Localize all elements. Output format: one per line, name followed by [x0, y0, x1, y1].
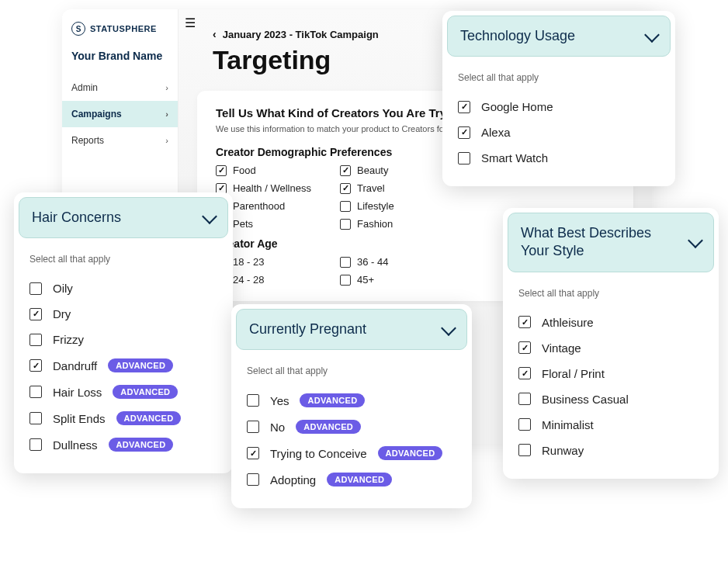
- checkbox-row[interactable]: Pets: [216, 218, 340, 230]
- checkbox[interactable]: [518, 316, 531, 328]
- checkbox[interactable]: [340, 183, 351, 194]
- option-row[interactable]: Floral / Print: [518, 361, 703, 386]
- advanced-badge: ADVANCED: [300, 393, 365, 407]
- checkbox[interactable]: [216, 165, 227, 176]
- checkbox[interactable]: [29, 386, 42, 398]
- panel-header[interactable]: Hair Concerns: [19, 197, 228, 238]
- option-row[interactable]: Hair LossADVANCED: [29, 379, 217, 405]
- logo-text: STATUSPHERE: [90, 24, 157, 33]
- option-row[interactable]: Athleisure: [518, 310, 703, 335]
- option-row[interactable]: DullnessADVANCED: [29, 431, 217, 458]
- checkbox-label: 24 - 28: [233, 274, 264, 286]
- chevron-down-icon: [688, 233, 703, 248]
- option-row[interactable]: Split EndsADVANCED: [29, 405, 217, 431]
- sidebar-item[interactable]: Admin›: [62, 74, 178, 101]
- panel-header[interactable]: Technology Usage: [447, 16, 671, 57]
- option-label: Dandruff: [53, 359, 97, 372]
- panel-title: What Best Describes Your Style: [521, 224, 668, 261]
- checkbox-label: 36 - 44: [357, 256, 388, 268]
- option-row[interactable]: Business Casual: [518, 386, 703, 412]
- option-row[interactable]: Vintage: [518, 335, 703, 361]
- option-row[interactable]: YesADVANCED: [247, 387, 456, 414]
- checkbox[interactable]: [518, 418, 531, 431]
- checkbox[interactable]: [518, 341, 531, 354]
- option-row[interactable]: DandruffADVANCED: [29, 352, 217, 379]
- checkbox-label: Fashion: [357, 218, 393, 230]
- checkbox[interactable]: [29, 359, 42, 372]
- checkbox[interactable]: [518, 444, 531, 456]
- option-row[interactable]: Trying to ConceiveADVANCED: [247, 440, 456, 466]
- checkbox-row[interactable]: 36 - 44: [340, 256, 464, 268]
- option-label: Oily: [53, 282, 73, 295]
- checkbox-row[interactable]: Lifestyle: [340, 200, 464, 212]
- checkbox[interactable]: [458, 126, 470, 139]
- checkbox-row[interactable]: 18 - 23: [216, 256, 340, 268]
- option-row[interactable]: AdoptingADVANCED: [247, 466, 456, 493]
- checkbox[interactable]: [458, 101, 470, 113]
- option-row[interactable]: Alexa: [458, 119, 660, 145]
- option-label: Hair Loss: [53, 386, 102, 399]
- checkbox[interactable]: [247, 394, 259, 407]
- advanced-badge: ADVANCED: [109, 438, 174, 452]
- option-label: Google Home: [481, 100, 553, 113]
- option-label: Trying to Conceive: [270, 447, 367, 460]
- sidebar-item-label: Reports: [71, 135, 104, 146]
- panel-hint: Select all that apply: [518, 288, 703, 299]
- checkbox[interactable]: [247, 447, 259, 459]
- chevron-right-icon: ›: [165, 83, 168, 92]
- checkbox[interactable]: [247, 421, 259, 433]
- checkbox[interactable]: [29, 334, 42, 346]
- checkbox[interactable]: [29, 438, 42, 451]
- option-label: Business Casual: [542, 393, 629, 406]
- logo-icon: S: [71, 22, 85, 36]
- option-row[interactable]: Minimalist: [518, 412, 703, 438]
- sidebar-item-label: Campaigns: [71, 109, 122, 119]
- option-label: Adopting: [270, 473, 316, 487]
- checkbox[interactable]: [340, 257, 351, 268]
- checkbox[interactable]: [458, 152, 470, 164]
- checkbox[interactable]: [340, 165, 351, 176]
- option-row[interactable]: Runway: [518, 438, 703, 463]
- advanced-badge: ADVANCED: [378, 446, 443, 460]
- option-label: Athleisure: [542, 316, 594, 329]
- hamburger-icon[interactable]: ☰: [185, 16, 196, 30]
- checkbox[interactable]: [29, 412, 42, 424]
- checkbox[interactable]: [340, 219, 351, 230]
- checkbox-label: Lifestyle: [357, 200, 394, 212]
- checkbox-row[interactable]: Food: [216, 164, 340, 176]
- checkbox[interactable]: [518, 393, 531, 405]
- panel-header[interactable]: What Best Describes Your Style: [508, 213, 714, 272]
- sidebar-item[interactable]: Campaigns›: [62, 101, 178, 127]
- panel-currently-pregnant: Currently Pregnant Select all that apply…: [231, 304, 472, 508]
- checkbox[interactable]: [340, 201, 351, 212]
- nav-list: Admin›Campaigns›Reports›: [62, 74, 178, 154]
- option-row[interactable]: Dry: [29, 301, 217, 327]
- option-row[interactable]: Google Home: [458, 94, 660, 119]
- option-row[interactable]: Smart Watch: [458, 145, 660, 171]
- checkbox[interactable]: [29, 282, 42, 295]
- option-label: Yes: [270, 394, 289, 407]
- checkbox[interactable]: [340, 275, 351, 286]
- options-list: YesADVANCEDNoADVANCEDTrying to ConceiveA…: [247, 387, 456, 493]
- option-row[interactable]: Frizzy: [29, 327, 217, 352]
- option-row[interactable]: Oily: [29, 275, 217, 301]
- chevron-left-icon: ‹: [213, 28, 217, 40]
- checkbox[interactable]: [247, 473, 259, 486]
- checkbox[interactable]: [29, 308, 42, 320]
- chevron-down-icon: [644, 27, 660, 43]
- sidebar-item[interactable]: Reports›: [62, 127, 178, 154]
- checkbox[interactable]: [518, 367, 531, 379]
- option-row[interactable]: NoADVANCED: [247, 414, 456, 440]
- checkbox-row[interactable]: Fashion: [340, 218, 464, 230]
- option-label: Vintage: [542, 341, 581, 355]
- chevron-right-icon: ›: [165, 136, 168, 145]
- checkbox-row[interactable]: Health / Wellness: [216, 182, 340, 194]
- panel-header[interactable]: Currently Pregnant: [236, 309, 467, 350]
- option-label: Floral / Print: [542, 367, 605, 380]
- panel-hint: Select all that apply: [247, 365, 456, 376]
- advanced-badge: ADVANCED: [116, 411, 182, 425]
- checkbox-row[interactable]: 45+: [340, 274, 464, 286]
- checkbox-row[interactable]: 24 - 28: [216, 274, 340, 286]
- checkbox-row[interactable]: Parenthood: [216, 200, 340, 212]
- panel-technology-usage: Technology Usage Select all that apply G…: [442, 11, 675, 186]
